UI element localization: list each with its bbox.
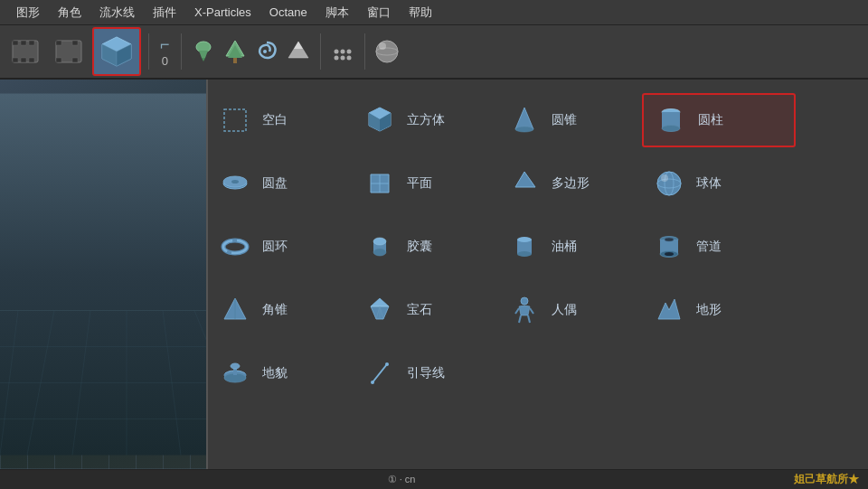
polygon-icon	[506, 165, 542, 202]
menu-shapes[interactable]: 图形	[7, 0, 49, 24]
item-cylinder[interactable]: 圆柱	[642, 93, 796, 147]
brush-toolbar-icon[interactable]	[189, 37, 218, 66]
menu-script[interactable]: 脚本	[316, 0, 358, 24]
item-disc[interactable]: 圆盘	[208, 158, 353, 209]
item-plane[interactable]: 平面	[353, 158, 497, 209]
item-landscape[interactable]: 地形	[642, 285, 796, 335]
svg-point-73	[517, 251, 532, 257]
svg-point-30	[346, 56, 351, 61]
svg-point-69	[373, 238, 386, 245]
film2-icon[interactable]	[49, 32, 89, 71]
ground-icon	[217, 355, 253, 391]
item-torus[interactable]: 圆环	[208, 221, 353, 272]
empty-icon	[217, 102, 253, 138]
number-indicator: 0	[162, 54, 168, 68]
dropdown-panel: 空白 立方体 圆锥	[208, 80, 868, 469]
menu-octane[interactable]: Octane	[260, 0, 316, 24]
figure-icon	[506, 292, 542, 328]
svg-point-100	[385, 362, 389, 366]
gem-label: 宝石	[407, 302, 432, 318]
item-guide[interactable]: 引导线	[353, 348, 497, 399]
svg-rect-6	[29, 58, 34, 62]
svg-point-31	[376, 41, 398, 62]
svg-line-98	[373, 364, 387, 382]
landscape-label: 地形	[696, 302, 722, 318]
svg-marker-82	[371, 298, 389, 306]
item-polygon[interactable]: 多边形	[497, 158, 642, 209]
gem-icon	[362, 292, 398, 328]
swirl-toolbar-icon[interactable]	[252, 37, 281, 66]
svg-point-26	[340, 50, 344, 54]
cube-toolbar-icon[interactable]	[92, 27, 141, 76]
cylinder-icon	[653, 102, 689, 138]
svg-point-77	[665, 238, 674, 241]
sphere-icon	[651, 165, 687, 202]
item-sphere[interactable]: 球体	[642, 158, 796, 209]
svg-point-57	[231, 180, 239, 183]
cube-label: 立方体	[407, 112, 445, 128]
svg-point-29	[340, 56, 344, 61]
item-ground[interactable]: 地貌	[208, 348, 353, 399]
viewport[interactable]	[0, 80, 208, 469]
item-capsule[interactable]: 胶囊	[353, 221, 497, 272]
item-oiltank[interactable]: 油桶	[497, 221, 642, 272]
item-cone[interactable]: 圆锥	[497, 95, 642, 146]
item-empty[interactable]: 空白	[208, 95, 353, 146]
svg-rect-1	[13, 41, 18, 45]
item-gem[interactable]: 宝石	[353, 285, 497, 335]
menu-character[interactable]: 角色	[49, 0, 90, 24]
svg-point-62	[657, 172, 681, 195]
ground-label: 地貌	[262, 365, 288, 381]
svg-point-70	[373, 249, 386, 256]
svg-rect-34	[0, 94, 208, 456]
sphere-toolbar-icon[interactable]	[373, 37, 401, 66]
watermark: 姐己草航所★	[794, 472, 859, 487]
svg-line-91	[530, 308, 533, 314]
item-tube[interactable]: 管道	[642, 221, 796, 272]
svg-point-78	[665, 252, 674, 256]
menu-xparticles[interactable]: X-Particles	[185, 0, 260, 24]
svg-point-99	[371, 381, 374, 384]
polygon-label: 多边形	[552, 175, 590, 192]
svg-line-89	[528, 315, 530, 323]
dots-toolbar-icon[interactable]	[328, 37, 357, 66]
item-figure[interactable]: 人偶	[497, 285, 642, 335]
svg-marker-17	[199, 51, 208, 58]
svg-marker-50	[515, 108, 533, 129]
svg-line-88	[519, 315, 521, 323]
cone-icon	[506, 102, 542, 138]
film-icon[interactable]	[5, 32, 45, 71]
figure-label: 人偶	[552, 302, 577, 318]
svg-rect-11	[72, 58, 78, 62]
mountain-toolbar-icon[interactable]	[284, 37, 313, 66]
svg-marker-18	[202, 58, 205, 61]
tree-toolbar-icon[interactable]	[221, 37, 250, 66]
svg-rect-9	[72, 41, 78, 45]
toolbar-divider-2	[181, 33, 182, 70]
item-cube[interactable]: 立方体	[353, 95, 497, 146]
plane-label: 平面	[407, 175, 432, 192]
status-center: ① · cn	[388, 474, 416, 485]
torus-icon	[217, 229, 253, 265]
cone-label: 圆锥	[552, 112, 577, 128]
menu-bar: 图形 角色 流水线 插件 X-Particles Octane 脚本 窗口 帮助	[0, 0, 868, 25]
menu-help[interactable]: 帮助	[400, 0, 441, 24]
svg-rect-4	[13, 58, 18, 62]
menu-plugins[interactable]: 插件	[144, 0, 185, 24]
svg-rect-21	[233, 58, 237, 63]
svg-point-54	[662, 126, 680, 132]
axis-icon: ⌐	[160, 35, 170, 54]
menu-pipeline[interactable]: 流水线	[90, 0, 144, 24]
item-pyramid[interactable]: 角锥	[208, 285, 353, 335]
svg-marker-92	[658, 299, 680, 319]
svg-point-33	[379, 42, 386, 50]
svg-point-27	[346, 50, 351, 54]
menu-window[interactable]: 窗口	[358, 0, 400, 24]
svg-point-97	[231, 363, 240, 369]
torus-label: 圆环	[262, 239, 288, 255]
pyramid-label: 角锥	[262, 302, 288, 318]
svg-rect-8	[56, 41, 61, 45]
empty-label: 空白	[262, 112, 288, 128]
capsule-label: 胶囊	[407, 239, 432, 255]
pyramid-icon	[217, 292, 253, 328]
